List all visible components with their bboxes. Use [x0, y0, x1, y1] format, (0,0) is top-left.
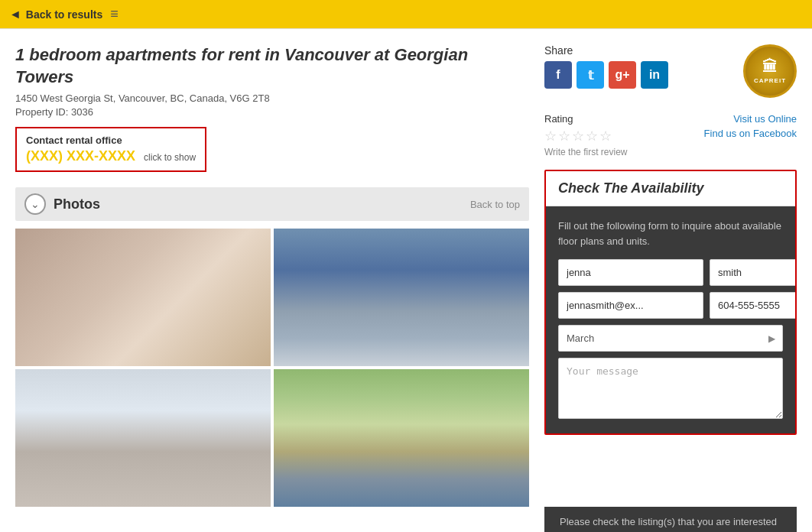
star-2: ☆ — [558, 128, 570, 144]
contact-box: Contact rental office (XXX) XXX-XXXX cli… — [15, 127, 206, 172]
back-to-top-link[interactable]: Back to top — [470, 199, 520, 210]
back-arrow-icon: ◄ — [9, 8, 21, 21]
share-section: Share f 𝕥 g+ in — [544, 44, 668, 89]
photos-section-header: ⌄ Photos Back to top — [15, 187, 529, 221]
bottom-text: Please check the listing(s) that you are… — [560, 514, 781, 532]
name-row — [558, 259, 783, 286]
rating-links-row: Rating ☆ ☆ ☆ ☆ ☆ Write the first review … — [544, 113, 797, 157]
property-links: Visit us Online Find us on Facebook — [704, 113, 797, 142]
contact-row — [558, 292, 783, 319]
availability-panel: Check The Availability Fill out the foll… — [544, 170, 797, 435]
star-3: ☆ — [572, 128, 584, 144]
photo-grid — [15, 229, 529, 507]
month-select-wrapper: January February March April May June Ju… — [558, 325, 783, 352]
back-label: Back to results — [26, 8, 102, 21]
rating-section: Rating ☆ ☆ ☆ ☆ ☆ Write the first review — [544, 113, 627, 157]
left-column: 1 bedroom apartments for rent in Vancouv… — [15, 44, 544, 507]
chevron-down-icon: ⌄ — [31, 198, 40, 210]
property-id: Property ID: 3036 — [15, 106, 529, 118]
photos-collapse-button[interactable]: ⌄ — [24, 193, 46, 215]
right-column: Share f 𝕥 g+ in 🏛 CAPREIT Rating ☆ ☆ — [544, 44, 797, 507]
visit-online-link[interactable]: Visit us Online — [704, 113, 797, 125]
first-name-input[interactable] — [558, 259, 703, 286]
main-content: 1 bedroom apartments for rent in Vancouv… — [0, 29, 812, 507]
contact-phone[interactable]: (XXX) XXX-XXXX click to show — [26, 148, 196, 164]
photo-item — [274, 369, 529, 507]
photos-label: Photos — [54, 196, 100, 212]
star-4: ☆ — [586, 128, 598, 144]
availability-header: Check The Availability — [546, 171, 795, 206]
star-5: ☆ — [599, 128, 612, 144]
twitter-share-button[interactable]: 𝕥 — [577, 61, 604, 89]
last-name-input[interactable] — [710, 259, 797, 286]
facebook-share-button[interactable]: f — [544, 61, 572, 89]
capreit-icon: 🏛 — [762, 58, 778, 76]
month-select[interactable]: January February March April May June Ju… — [558, 325, 783, 352]
write-review-link[interactable]: Write the first review — [544, 147, 627, 157]
photos-title: ⌄ Photos — [24, 193, 100, 215]
social-icons: f 𝕥 g+ in — [544, 61, 668, 89]
find-facebook-link[interactable]: Find us on Facebook — [704, 128, 797, 139]
share-row: Share f 𝕥 g+ in 🏛 CAPREIT — [544, 44, 797, 98]
phone-number: (XXX) XXX-XXXX — [26, 148, 135, 164]
phone-input[interactable] — [710, 292, 797, 319]
capreit-logo: 🏛 CAPREIT — [743, 44, 797, 98]
photo-item — [274, 229, 529, 366]
linkedin-share-button[interactable]: in — [641, 61, 668, 89]
property-title: 1 bedroom apartments for rent in Vancouv… — [15, 44, 529, 88]
share-label: Share — [544, 44, 668, 57]
top-bar: ◄ Back to results ≡ — [0, 0, 812, 29]
bottom-section: Please check the listing(s) that you are… — [544, 507, 797, 532]
photo-item — [15, 369, 271, 507]
contact-label: Contact rental office — [26, 135, 196, 146]
availability-description: Fill out the following form to inquire a… — [558, 219, 783, 248]
capreit-text: CAPREIT — [754, 77, 786, 84]
menu-icon[interactable]: ≡ — [110, 6, 119, 22]
email-input[interactable] — [558, 292, 703, 319]
click-to-show: click to show — [144, 152, 196, 163]
back-to-results-button[interactable]: ◄ Back to results — [9, 8, 102, 21]
star-rating[interactable]: ☆ ☆ ☆ ☆ ☆ — [544, 128, 627, 144]
photo-item — [15, 229, 271, 366]
star-1: ☆ — [544, 128, 557, 144]
property-address: 1450 West Georgia St, Vancouver, BC, Can… — [15, 92, 529, 104]
googleplus-share-button[interactable]: g+ — [609, 61, 636, 89]
message-textarea[interactable] — [558, 358, 783, 419]
availability-form: Fill out the following form to inquire a… — [546, 206, 795, 433]
rating-label: Rating — [544, 113, 627, 125]
